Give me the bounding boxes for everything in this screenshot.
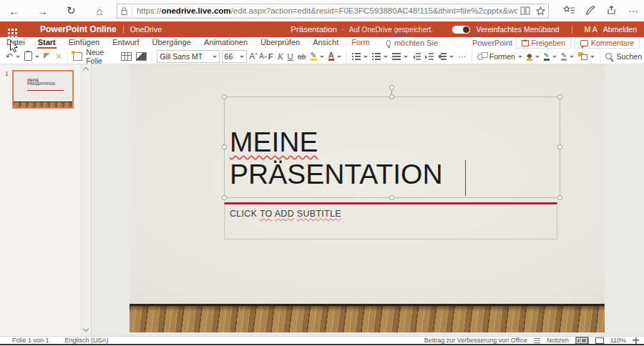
increase-indent-button[interactable] [423,50,436,63]
underline-button[interactable]: U [286,50,296,63]
resize-handle[interactable] [222,195,227,200]
home-icon[interactable]: ⌂ [85,5,114,17]
bullet-list-icon [352,53,361,60]
bullets-button[interactable] [350,50,370,63]
normal-view-button[interactable] [575,337,589,344]
resize-handle[interactable] [222,94,227,99]
favorite-star-icon[interactable] [536,6,545,16]
delete-button[interactable]: ✕ [53,50,64,63]
resize-handle[interactable] [389,94,394,99]
thumbnail-title-rule [27,90,64,91]
tab-ueberpruefen[interactable]: Überprüfen [254,37,306,49]
toolbar-divider [67,51,68,61]
arrange-button[interactable] [576,50,597,63]
picture-icon [136,52,147,61]
italic-button[interactable]: K [275,50,286,63]
tab-start[interactable]: Start [31,37,62,49]
sign-out-link[interactable]: Abmelden [603,25,637,34]
favorites-bar-icon[interactable] [563,5,575,15]
bold-button[interactable]: F [266,50,275,63]
shape-fill-button[interactable]: ◆ [525,50,542,63]
shape-style-button[interactable]: ✎ [559,50,576,63]
shapes-button[interactable]: Formen [475,50,525,63]
align-icon [392,53,401,60]
picture-button[interactable] [134,50,149,63]
arrange-icon [578,52,587,60]
toolbar-divider [152,51,152,61]
refresh-icon[interactable]: ↻ [57,4,85,17]
font-color-button[interactable]: A [326,50,343,63]
scroll-up-icon[interactable] [83,67,89,73]
simplified-ribbon-toggle[interactable] [452,26,470,34]
thumbnail-title: MEINEPRÄSENTATION [27,79,55,86]
share-button[interactable]: Freigeben [516,37,571,49]
strikethrough-button[interactable]: ab [296,50,308,63]
resize-handle[interactable] [389,195,394,200]
slideshow-view-icon[interactable] [595,337,604,344]
shape-outline-button[interactable]: ✎ [542,50,559,63]
resize-handle[interactable] [557,144,562,149]
format-painter-button[interactable] [42,50,53,63]
line-spacing-button[interactable] [436,50,456,63]
decrease-indent-button[interactable] [410,50,423,63]
fill-bucket-icon: ◆ [527,52,532,61]
comments-button[interactable]: Kommentare [575,37,640,49]
language-label[interactable]: Englisch (USA) [65,337,109,344]
url-text[interactable]: https://onedrive.live.com/edit.aspx?acti… [137,6,517,15]
new-slide-button[interactable]: Neue Folie [71,50,119,63]
resize-handle[interactable] [557,195,562,200]
resize-handle[interactable] [222,144,227,149]
brush-icon [44,53,51,60]
rotate-handle[interactable] [389,85,394,90]
browser-toolbar: ← → ↻ ⌂ https://onedrive.live.com/edit.a… [0,0,644,22]
align-button[interactable] [390,50,410,63]
waffle-icon [8,29,10,31]
app-window: ← → ↻ ⌂ https://onedrive.live.com/edit.a… [0,0,644,346]
paste-button[interactable] [22,50,42,63]
reading-view-icon[interactable] [520,6,530,15]
back-icon[interactable]: ← [0,5,29,17]
share-icon[interactable] [607,5,618,15]
header-divider [123,26,124,34]
grow-font-button[interactable]: A [247,50,257,63]
fit-to-window-icon[interactable] [633,337,639,344]
app-launcher-button[interactable] [0,29,24,31]
editing-canvas[interactable]: MEINEPRÄSENTATION CLICK TO ADD SUBTITLE [92,64,644,336]
tab-uebergaenge[interactable]: Übergänge [145,37,197,49]
tab-animationen[interactable]: Animationen [197,37,254,49]
ink-notes-icon[interactable] [585,5,596,15]
panel-scrollbar[interactable] [81,64,92,336]
font-name-select[interactable]: Gill Sans MT [157,50,219,63]
outdent-icon [412,53,421,60]
slide[interactable]: MEINEPRÄSENTATION CLICK TO ADD SUBTITLE [130,64,605,332]
title-placeholder[interactable]: MEINEPRÄSENTATION [224,97,560,198]
tab-form[interactable]: Form [345,37,376,49]
notes-toggle[interactable]: Notizen [547,337,569,344]
header-divider [572,26,572,34]
table-button[interactable] [119,50,134,63]
subtitle-placeholder[interactable]: CLICK TO ADD SUBTITLE [224,202,557,239]
tab-ansicht[interactable]: Ansicht [306,37,345,49]
resize-handle[interactable] [557,94,562,99]
search-button[interactable]: Suchen [603,50,644,63]
zoom-level[interactable]: 110% [610,337,626,344]
address-bar[interactable]: https://onedrive.live.com/edit.aspx?acti… [117,4,549,19]
feedback-link[interactable]: Beitrag zur Verbesserung von Office [424,337,527,344]
numbering-button[interactable] [370,50,390,63]
app-name[interactable]: PowerPoint Online [40,24,117,34]
new-slide-icon [73,52,82,61]
user-initials[interactable]: M A [585,25,597,34]
slide-thumbnail[interactable]: MEINEPRÄSENTATION [12,70,74,109]
content-area: 1 MEINEPRÄSENTATION [0,64,644,336]
shrink-font-button[interactable]: A [257,50,266,63]
highlight-color-button[interactable]: ✎ [308,50,326,63]
forward-icon[interactable]: → [29,5,57,17]
style-pen-icon: ✎ [561,52,567,61]
font-size-select[interactable]: 66 [222,50,248,63]
more-paragraph-button[interactable]: ··· [456,50,469,63]
onedrive-link[interactable]: OneDrive [130,25,162,34]
scroll-down-icon[interactable] [83,326,89,332]
document-title[interactable]: Präsentation [291,25,337,34]
more-menu-icon[interactable]: ··· [623,5,644,16]
slide-title-text[interactable]: MEINEPRÄSENTATION [230,126,443,190]
